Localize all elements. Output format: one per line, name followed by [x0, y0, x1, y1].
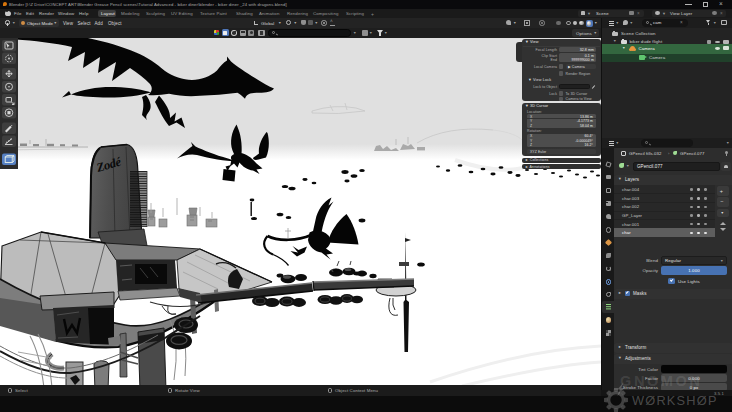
svg-text:GNOMON: GNOMON — [620, 373, 702, 389]
svg-text:WØRKSHØP: WØRKSHØP — [632, 393, 718, 408]
